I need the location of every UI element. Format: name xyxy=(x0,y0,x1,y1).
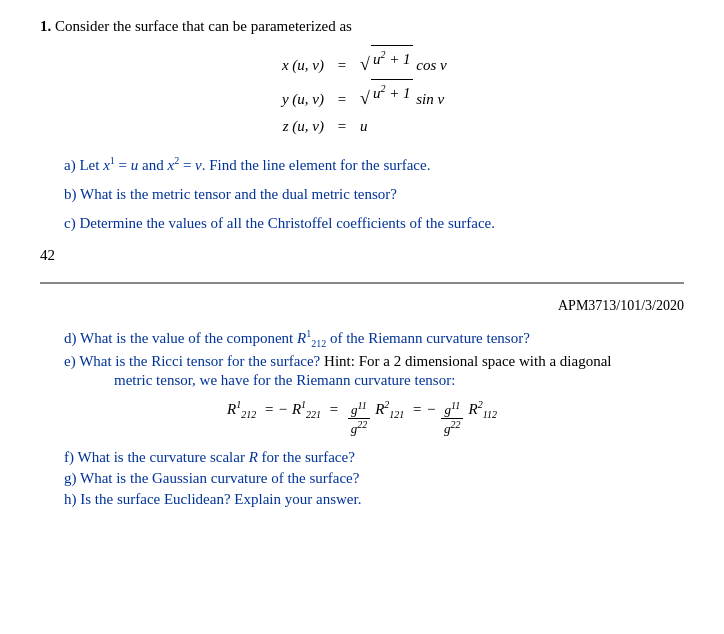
problem-intro-text: Consider the surface that can be paramet… xyxy=(55,18,352,34)
frac2-num: g11 xyxy=(441,400,463,419)
eq-y-trig: sin v xyxy=(416,91,444,107)
frac1-den: g22 xyxy=(348,419,371,437)
eq-y-lhs: y (u, v) xyxy=(244,86,324,113)
eq-x-trig: cos v xyxy=(416,57,446,73)
eq-x-lhs: x (u, v) xyxy=(244,52,324,79)
exam-code: APM3713/101/3/2020 xyxy=(40,298,684,314)
eq-z-equals: = xyxy=(330,113,354,140)
riemann-mid: R1221 xyxy=(292,399,321,420)
part-b: b) What is the metric tensor and the dua… xyxy=(64,181,684,208)
sqrt-symbol-y: √ xyxy=(360,89,370,107)
sqrt-content-x: u2 + 1 xyxy=(371,45,413,73)
part-e-block: e) What is the Ricci tensor for the surf… xyxy=(64,353,684,389)
part-c: c) Determine the values of all the Chris… xyxy=(64,210,684,237)
part-e-line1: e) What is the Ricci tensor for the surf… xyxy=(64,353,684,370)
eq-y-rhs: √ u2 + 1 sin v xyxy=(360,79,480,113)
sqrt-content-y: u2 + 1 xyxy=(371,79,413,107)
page-divider xyxy=(40,282,684,284)
part-g: g) What is the Gaussian curvature of the… xyxy=(64,470,684,487)
riemann-eq3: = − xyxy=(408,401,436,418)
problem-number: 1. xyxy=(40,18,51,34)
eq-z: z (u, v) = u xyxy=(244,113,480,140)
frac-2: g11 g22 xyxy=(441,400,464,437)
riemann-lhs: R1212 xyxy=(227,399,256,420)
part-f: f) What is the curvature scalar R for th… xyxy=(64,449,684,466)
eq-x-rhs: √ u2 + 1 cos v xyxy=(360,45,480,79)
eq-x: x (u, v) = √ u2 + 1 cos v xyxy=(244,45,480,79)
eq-y: y (u, v) = √ u2 + 1 sin v xyxy=(244,79,480,113)
eq-y-equals: = xyxy=(330,86,354,113)
sub-questions-top: a) Let x1 = u and x2 = v. Find the line … xyxy=(64,152,684,237)
problem-intro: 1. Consider the surface that can be para… xyxy=(40,18,684,35)
part-e-line2: metric tensor, we have for the Riemann c… xyxy=(114,372,684,389)
frac-1: g11 g22 xyxy=(348,400,371,437)
riemann-eq-block: R1212 = − R1221 = g11 g22 R2121 = − g11 … xyxy=(40,399,684,437)
part-a: a) Let x1 = u and x2 = v. Find the line … xyxy=(64,152,684,179)
frac2-den: g22 xyxy=(441,419,464,437)
page-number-section: 42 xyxy=(40,247,684,264)
sqrt-symbol-x: √ xyxy=(360,55,370,73)
eq-z-rhs: u xyxy=(360,113,480,140)
riemann-r2112: R2112 xyxy=(469,399,497,420)
page-number: 42 xyxy=(40,247,80,264)
eq-x-equals: = xyxy=(330,52,354,79)
frac1-num: g11 xyxy=(348,400,370,419)
riemann-r2121: R2121 xyxy=(375,399,404,420)
page-content: 1. Consider the surface that can be para… xyxy=(0,0,724,532)
eq-z-lhs: z (u, v) xyxy=(244,113,324,140)
part-h: h) Is the surface Euclidean? Explain you… xyxy=(64,491,684,508)
equations-block: x (u, v) = √ u2 + 1 cos v y (u, v) = √ u… xyxy=(40,45,684,140)
part-d: d) What is the value of the component R1… xyxy=(64,328,684,349)
riemann-eq2: = xyxy=(325,401,343,418)
riemann-eq1: = − xyxy=(260,401,288,418)
